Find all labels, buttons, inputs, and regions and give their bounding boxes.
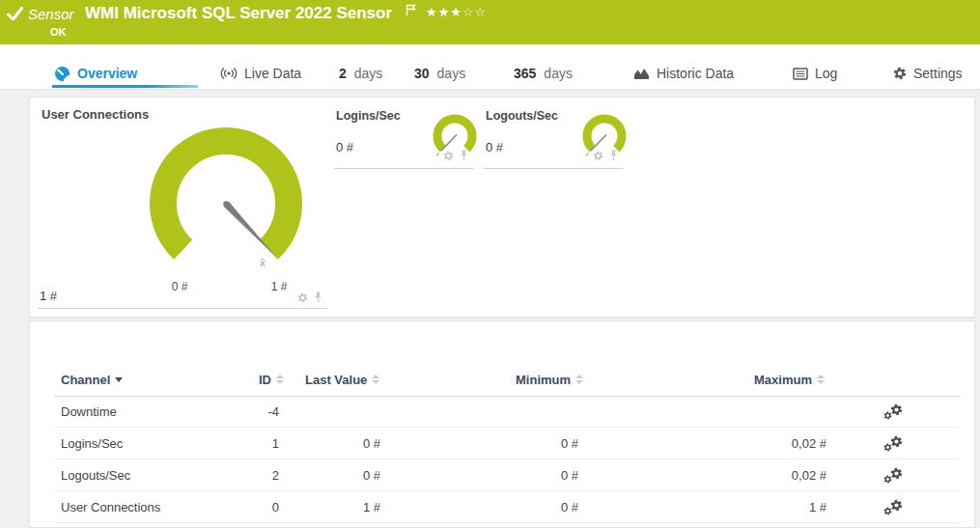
channel-settings-icon[interactable] xyxy=(883,499,903,516)
gauge-scale-max: 1 # xyxy=(260,280,298,293)
tab-label: Overview xyxy=(77,66,137,81)
channel-maximum: 1 # xyxy=(696,491,826,523)
area-chart-icon xyxy=(633,67,650,80)
gauge-needle xyxy=(591,135,606,152)
logouts-gauge-value: 0 # xyxy=(486,140,503,154)
tab-30-days[interactable]: 30days xyxy=(414,64,465,83)
channel-name[interactable]: Downtime xyxy=(61,396,215,428)
channel-settings-icon[interactable] xyxy=(883,467,903,485)
gauge-icon xyxy=(54,66,70,82)
channel-name[interactable]: User Connections xyxy=(61,491,215,523)
tab-label: Live Data xyxy=(244,66,301,81)
widget-gear-icon[interactable] xyxy=(297,292,308,303)
channel-last-value: 0 # xyxy=(281,428,380,459)
logins-gauge-value: 0 # xyxy=(336,140,353,154)
status-ok-check-icon xyxy=(7,7,23,21)
flag-icon[interactable] xyxy=(406,4,416,16)
table-row[interactable]: Downtime -4 xyxy=(30,396,974,428)
sort-toggle-icon xyxy=(817,375,825,384)
sensor-title: WMI Microsoft SQL Server 2022 Sensor xyxy=(85,4,392,23)
column-header-minimum[interactable]: Minimum xyxy=(516,372,583,387)
widget-gear-icon[interactable] xyxy=(443,151,454,161)
channel-id: 2 xyxy=(204,459,279,491)
channel-last-value xyxy=(281,396,380,428)
widget-divider xyxy=(38,308,327,309)
sensor-status-badge: OK xyxy=(50,26,67,38)
column-header-channel[interactable]: Channel xyxy=(61,372,123,387)
channel-maximum: 0,02 # xyxy=(696,459,826,491)
channel-maximum: 0,02 # xyxy=(696,428,826,459)
widget-pin-icon[interactable] xyxy=(313,292,323,303)
log-icon xyxy=(793,68,808,80)
gauge-scale-min: 0 # xyxy=(160,280,199,293)
channel-settings-icon[interactable] xyxy=(883,403,903,421)
primary-gauge-title: User Connections xyxy=(42,107,149,122)
prtg-sensor-page: { "header": { "kind_label": "Sensor", "t… xyxy=(0,0,980,528)
channel-last-value: 0 # xyxy=(281,459,380,491)
gear-icon xyxy=(893,67,907,80)
widget-divider xyxy=(334,168,473,169)
channel-id: 1 xyxy=(204,428,279,459)
channel-id: -4 xyxy=(204,396,279,428)
channel-id: 0 xyxy=(204,491,279,523)
user-connections-gauge xyxy=(144,122,308,286)
tab-historic-data[interactable]: Historic Data xyxy=(633,64,734,83)
tab-label: Settings xyxy=(913,66,963,81)
tab-bar: Overview Live Data 2days 30days 365days … xyxy=(0,44,980,90)
channel-minimum: 0 # xyxy=(455,491,578,523)
primary-gauge-value: 1 # xyxy=(40,289,57,303)
tab-settings[interactable]: Settings xyxy=(893,64,963,83)
widget-pin-icon[interactable] xyxy=(459,150,469,161)
gauge-average-marker: x̄ xyxy=(260,258,266,268)
widget-pin-icon[interactable] xyxy=(608,150,619,161)
widget-gear-icon[interactable] xyxy=(593,151,603,161)
logins-gauge-title: Logins/Sec xyxy=(336,109,401,123)
live-icon xyxy=(220,67,238,80)
tab-label: Historic Data xyxy=(657,66,734,81)
object-kind-label: Sensor xyxy=(28,6,74,22)
channel-settings-icon[interactable] xyxy=(883,435,903,453)
logouts-gauge-title: Logouts/Sec xyxy=(486,109,558,123)
tab-log[interactable]: Log xyxy=(793,64,837,83)
gauge-needle xyxy=(441,135,457,152)
tab-label: Log xyxy=(815,66,837,81)
column-header-id[interactable]: ID xyxy=(228,372,284,387)
sensor-status-header: Sensor WMI Microsoft SQL Server 2022 Sen… xyxy=(0,0,980,44)
tab-2-days[interactable]: 2days xyxy=(339,64,382,83)
tab-365-days[interactable]: 365days xyxy=(514,64,573,83)
channels-table-panel: Channel ID Last Value Minimum Maximum Do… xyxy=(29,320,975,528)
priority-stars[interactable]: ★★★☆☆ xyxy=(426,5,487,19)
active-tab-underline xyxy=(52,85,198,88)
sort-toggle-icon xyxy=(575,375,583,384)
channel-name[interactable]: Logins/Sec xyxy=(61,428,215,459)
channel-name[interactable]: Logouts/Sec xyxy=(61,459,215,491)
tab-live-data[interactable]: Live Data xyxy=(220,64,301,83)
stars-filled: ★★★ xyxy=(426,5,462,19)
table-row[interactable]: Logins/Sec 1 0 # 0 # 0,02 # xyxy=(30,428,974,459)
channel-minimum: 0 # xyxy=(455,428,578,459)
table-row[interactable]: Logouts/Sec 2 0 # 0 # 0,02 # xyxy=(30,459,974,491)
channel-minimum: 0 # xyxy=(455,459,578,491)
overview-gauges-panel: User Connections 0 # 1 # x̄ 1 # Logins/S… xyxy=(29,97,975,318)
channel-minimum xyxy=(455,396,578,428)
tab-overview[interactable]: Overview xyxy=(54,64,137,83)
sort-toggle-icon xyxy=(276,375,284,384)
sort-toggle-icon xyxy=(372,375,379,384)
table-row[interactable]: User Connections 0 1 # 0 # 1 # xyxy=(30,491,974,523)
row-divider xyxy=(54,522,960,523)
sort-desc-icon xyxy=(115,377,123,382)
channel-maximum xyxy=(696,396,826,428)
stars-empty: ☆☆ xyxy=(462,5,487,19)
column-header-maximum[interactable]: Maximum xyxy=(754,372,825,387)
channel-last-value: 1 # xyxy=(281,491,380,523)
widget-divider xyxy=(484,168,623,169)
column-header-last-value[interactable]: Last Value xyxy=(305,372,379,387)
